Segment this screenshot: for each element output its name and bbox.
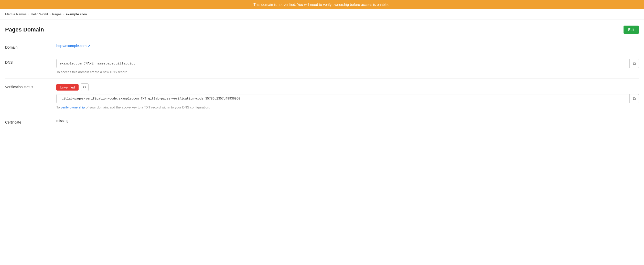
breadcrumb-project[interactable]: Hello World [31,12,48,16]
help-text-suffix: of your domain, add the above key to a T… [86,105,210,109]
external-link-icon: ↗ [88,44,90,48]
certificate-label: Certificate [5,119,51,124]
help-text-prefix: To [56,105,60,109]
certificate-row: Certificate missing [5,114,639,129]
verification-copy-button[interactable]: ⧉ [629,94,639,103]
unverified-badge: Unverified [56,84,79,91]
certificate-status: missing [56,117,68,123]
dns-input-container: ⧉ [56,59,639,68]
breadcrumb-separator-1: › [28,12,29,16]
table-section: Domain http://example.com ↗ DNS ⧉ To acc… [5,39,639,129]
dns-label: DNS [5,59,51,64]
breadcrumb-separator-3: › [63,12,64,16]
breadcrumb-separator-2: › [49,12,50,16]
dns-copy-button[interactable]: ⧉ [629,59,639,68]
dns-help-text: To access this domain create a new DNS r… [56,70,639,74]
warning-banner: This domain is not verified. You will ne… [0,0,644,9]
domain-row: Domain http://example.com ↗ [5,39,639,54]
domain-link[interactable]: http://example.com ↗ [56,44,90,48]
refresh-button[interactable]: ↺ [81,83,89,91]
domain-label: Domain [5,44,51,49]
breadcrumb-user[interactable]: Marcia Ramos [5,12,27,16]
page-title: Pages Domain [5,26,44,33]
domain-value: http://example.com ↗ [56,44,639,48]
dns-input[interactable] [57,60,629,68]
verification-input-container: ⧉ [56,94,639,103]
banner-message: This domain is not verified. You will ne… [253,3,390,7]
edit-button[interactable]: Edit [624,26,639,34]
domain-link-text: http://example.com [56,44,87,48]
dns-value: ⧉ To access this domain create a new DNS… [56,59,639,74]
verification-value-container: Unverified ↺ ⧉ To verify ownership of yo… [56,83,639,109]
verification-input[interactable] [57,95,629,103]
certificate-value: missing [56,119,639,123]
breadcrumb-section[interactable]: Pages [52,12,61,16]
status-container: Unverified ↺ [56,83,639,91]
verification-help-text: To verify ownership of your domain, add … [56,105,639,109]
verification-label: Verification status [5,83,51,89]
dns-row: DNS ⧉ To access this domain create a new… [5,54,639,79]
main-content: Pages Domain Edit Domain http://example.… [0,19,644,135]
breadcrumb-current: example.com [66,12,87,16]
page-header: Pages Domain Edit [5,26,639,34]
breadcrumb: Marcia Ramos › Hello World › Pages › exa… [0,9,644,19]
verification-row: Verification status Unverified ↺ ⧉ To ve… [5,79,639,114]
verify-ownership-link[interactable]: verify ownership [61,105,85,109]
